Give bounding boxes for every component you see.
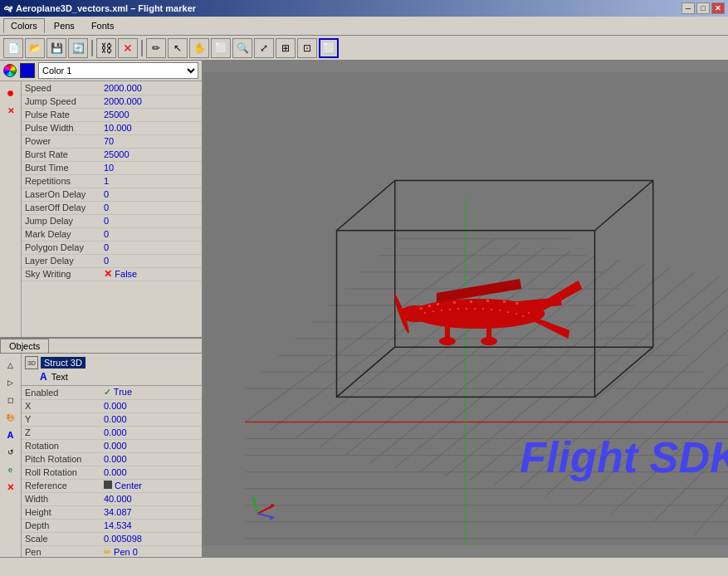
- obj-prop-value[interactable]: 0.000: [100, 412, 202, 426]
- obj-prop-row: Pen✏ Pen 0: [22, 545, 202, 557]
- prop-label: Power: [22, 134, 100, 148]
- obj-icon-3[interactable]: ◻: [2, 392, 19, 408]
- obj-prop-value[interactable]: ✏ Pen 0: [100, 545, 202, 557]
- prop-row: Jump Speed2000.000: [22, 95, 202, 108]
- tab-fonts[interactable]: Fonts: [84, 18, 122, 33]
- prop-row: Sky Writing✕ False: [22, 267, 202, 281]
- toolbar-stop[interactable]: ✕: [118, 38, 138, 58]
- prop-value[interactable]: 1: [100, 174, 202, 188]
- obj-prop-value[interactable]: 34.087: [100, 505, 202, 519]
- prop-value[interactable]: 0: [100, 254, 202, 267]
- object-properties-table: Enabled✓ TrueX0.000Y0.000Z0.000Rotation0…: [22, 386, 202, 557]
- svg-rect-59: [428, 305, 431, 307]
- obj-icon-4[interactable]: 🎨: [2, 409, 19, 426]
- objs-with-icons: △ ▷ ◻ 🎨 A ↺ e ✕ 3D Struct 3D: [0, 354, 202, 557]
- obj-prop-value[interactable]: 0.000: [100, 466, 202, 479]
- viewport[interactable]: Flight SDK: [203, 61, 728, 557]
- obj-prop-value[interactable]: 0.000: [100, 439, 202, 452]
- prop-value[interactable]: 10: [100, 161, 202, 174]
- color-wheel-icon[interactable]: [3, 64, 17, 77]
- prop-value[interactable]: 2000.000: [100, 81, 202, 95]
- svg-rect-61: [453, 301, 456, 304]
- toolbar-zoom[interactable]: 🔍: [232, 38, 252, 58]
- obj-prop-value[interactable]: ✓ True: [100, 386, 202, 399]
- tree-item-struct3d[interactable]: 3D Struct 3D: [23, 355, 200, 370]
- obj-prop-value[interactable]: 0.000: [100, 452, 202, 466]
- objs-icon-col: △ ▷ ◻ 🎨 A ↺ e ✕: [0, 354, 22, 557]
- prop-value[interactable]: 0: [100, 227, 202, 241]
- obj-icon-7[interactable]: e: [2, 461, 19, 478]
- toolbar-frame[interactable]: ⬜: [319, 38, 339, 58]
- obj-icon-6[interactable]: ↺: [2, 444, 19, 461]
- obj-props: Enabled✓ TrueX0.000Y0.000Z0.000Rotation0…: [22, 385, 202, 557]
- toolbar-fit[interactable]: ⤢: [254, 38, 274, 58]
- toolbar-rect[interactable]: ⬜: [211, 38, 231, 58]
- close-button[interactable]: ✕: [711, 2, 725, 14]
- svg-rect-64: [503, 300, 506, 303]
- obj-prop-value[interactable]: 40.000: [100, 492, 202, 505]
- obj-prop-label: Depth: [22, 519, 100, 532]
- title-bar-controls: ─ □ ✕: [682, 2, 725, 14]
- prop-icon-color[interactable]: ●: [2, 85, 19, 101]
- minimize-button[interactable]: ─: [682, 2, 695, 14]
- obj-icon-2[interactable]: ▷: [2, 374, 19, 391]
- prop-value[interactable]: 0: [100, 201, 202, 214]
- props-icon-col: ● ✕: [0, 81, 22, 339]
- toolbar-grid2[interactable]: ⊡: [297, 38, 317, 58]
- obj-prop-label: Pitch Rotation: [22, 452, 100, 466]
- obj-prop-label: Height: [22, 505, 100, 519]
- obj-prop-label: Z: [22, 426, 100, 439]
- svg-rect-76: [507, 311, 509, 313]
- prop-row: Power70: [22, 134, 202, 148]
- prop-value[interactable]: 70: [100, 134, 202, 148]
- toolbar-refresh[interactable]: 🔄: [68, 38, 88, 58]
- svg-rect-66: [424, 312, 426, 314]
- obj-icon-1[interactable]: △: [2, 357, 19, 373]
- tree-item-text[interactable]: A Text: [23, 370, 200, 383]
- toolbar: 📄 📂 💾 🔄 ⛓ ✕ ✏ ↖ ✋ ⬜ 🔍 ⤢ ⊞ ⊡ ⬜: [0, 36, 728, 61]
- prop-label: LaserOff Delay: [22, 201, 100, 214]
- toolbar-grid1[interactable]: ⊞: [276, 38, 296, 58]
- color-swatch-box[interactable]: [20, 63, 35, 78]
- toolbar-pan[interactable]: ✋: [189, 38, 209, 58]
- toolbar-select[interactable]: ↖: [168, 38, 188, 58]
- obj-prop-label: X: [22, 399, 100, 412]
- prop-row: Pulse Width10.000: [22, 121, 202, 134]
- prop-value[interactable]: 25000: [100, 108, 202, 121]
- prop-label: Burst Time: [22, 161, 100, 174]
- toolbar-link[interactable]: ⛓: [96, 38, 116, 58]
- prop-value[interactable]: 25000: [100, 148, 202, 161]
- left-panel: Color 1 ● ✕ Speed2000.000Jump Speed2000.…: [0, 61, 203, 557]
- text-label[interactable]: Text: [50, 371, 70, 383]
- prop-value[interactable]: 2000.000: [100, 95, 202, 108]
- toolbar-pen[interactable]: ✏: [146, 38, 166, 58]
- obj-icon-5[interactable]: A: [2, 427, 19, 443]
- maximize-button[interactable]: □: [696, 2, 710, 14]
- menu-bar: Colors Pens Fonts: [0, 17, 728, 36]
- prop-icon-x[interactable]: ✕: [2, 102, 19, 119]
- prop-value[interactable]: 0: [100, 214, 202, 227]
- obj-prop-value[interactable]: 0.000: [100, 426, 202, 439]
- svg-point-57: [481, 337, 497, 345]
- obj-prop-value[interactable]: Center: [100, 479, 202, 492]
- window-title: Aeroplane3D_vectors.xml – Flight marker: [16, 3, 196, 13]
- prop-label: Sky Writing: [22, 267, 100, 281]
- tab-colors[interactable]: Colors: [3, 18, 45, 33]
- tab-pens[interactable]: Pens: [46, 18, 82, 33]
- sky-writing-icon: ✕: [104, 268, 115, 280]
- obj-icon-8[interactable]: ✕: [2, 479, 19, 495]
- toolbar-open[interactable]: 📂: [25, 38, 45, 58]
- toolbar-new[interactable]: 📄: [3, 38, 23, 58]
- prop-value[interactable]: ✕ False: [100, 267, 202, 281]
- obj-prop-value[interactable]: 0.005098: [100, 532, 202, 545]
- prop-value[interactable]: 0: [100, 188, 202, 201]
- prop-value[interactable]: 10.000: [100, 121, 202, 134]
- tab-objects[interactable]: Objects: [0, 339, 49, 353]
- color-dropdown[interactable]: Color 1: [38, 62, 198, 79]
- obj-prop-label: Enabled: [22, 386, 100, 399]
- toolbar-save[interactable]: 💾: [46, 38, 66, 58]
- prop-value[interactable]: 0: [100, 241, 202, 254]
- obj-prop-value[interactable]: 14.534: [100, 519, 202, 532]
- struct3d-label[interactable]: Struct 3D: [41, 357, 86, 369]
- obj-prop-value[interactable]: 0.000: [100, 399, 202, 412]
